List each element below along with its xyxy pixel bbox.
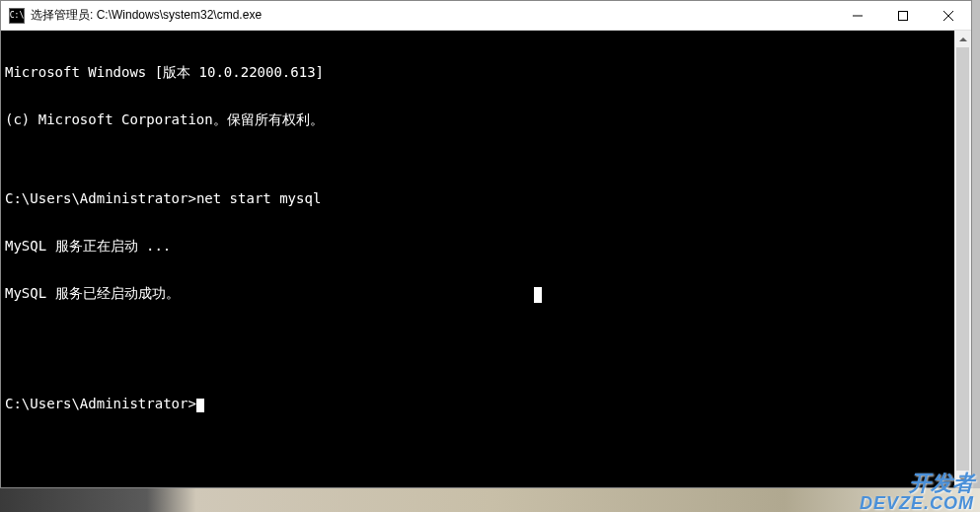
command-text: net start mysql	[196, 190, 321, 206]
vertical-scrollbar[interactable]	[954, 31, 971, 487]
titlebar[interactable]: C:\ 选择管理员: C:\Windows\system32\cmd.exe	[1, 1, 971, 31]
watermark: 开发者 DEVZE.COM	[860, 473, 974, 512]
text-cursor	[196, 399, 204, 412]
desktop-background-strip	[0, 488, 980, 512]
prompt-text: C:\Users\Administrator>	[5, 396, 196, 411]
output-line: (c) Microsoft Corporation。保留所有权利。	[5, 111, 967, 127]
watermark-line1: 开发者	[860, 473, 974, 494]
output-line: MySQL 服务正在启动 ...	[5, 238, 967, 254]
mouse-cursor-icon	[534, 287, 542, 303]
output-line: Microsoft Windows [版本 10.0.22000.613]	[5, 64, 967, 80]
scroll-track[interactable]	[954, 47, 971, 471]
watermark-line2: DEVZE.COM	[860, 494, 974, 512]
window-controls	[835, 1, 971, 30]
window-title: 选择管理员: C:\Windows\system32\cmd.exe	[31, 7, 835, 24]
terminal-area[interactable]: Microsoft Windows [版本 10.0.22000.613] (c…	[1, 31, 971, 487]
maximize-button[interactable]	[880, 1, 926, 30]
svg-marker-4	[959, 37, 967, 41]
cmd-window: C:\ 选择管理员: C:\Windows\system32\cmd.exe M…	[0, 0, 972, 488]
minimize-button[interactable]	[835, 1, 880, 30]
prompt-line: C:\Users\Administrator>	[5, 396, 967, 411]
output-line: MySQL 服务已经启动成功。	[5, 285, 967, 301]
prompt-line: C:\Users\Administrator>net start mysql	[5, 190, 967, 206]
prompt-text: C:\Users\Administrator>	[5, 190, 196, 206]
svg-rect-1	[899, 11, 908, 20]
close-button[interactable]	[926, 1, 971, 30]
scroll-thumb[interactable]	[956, 47, 969, 471]
cmd-icon: C:\	[9, 8, 25, 24]
scroll-up-button[interactable]	[954, 31, 971, 47]
